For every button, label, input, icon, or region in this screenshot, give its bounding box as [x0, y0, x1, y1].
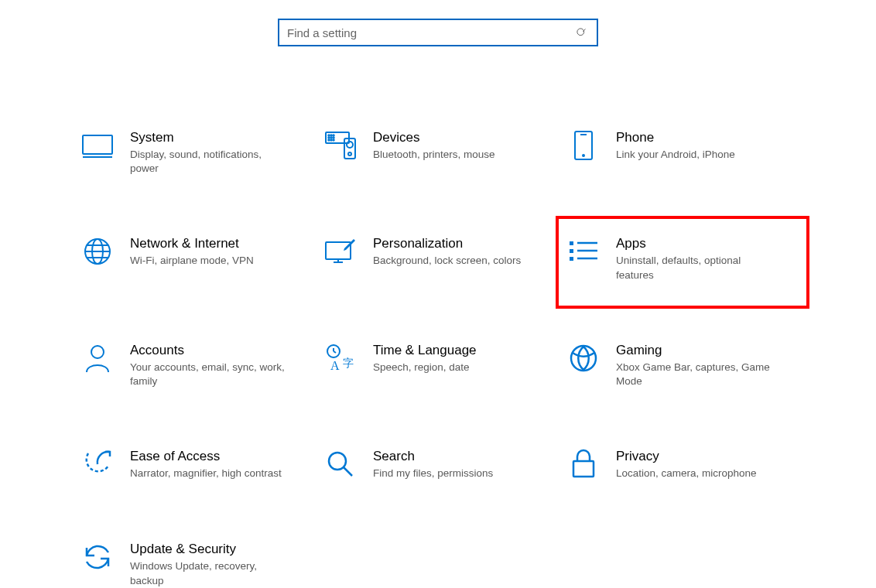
tile-title: Ease of Access — [130, 449, 282, 464]
svg-point-19 — [583, 155, 584, 156]
svg-point-41 — [329, 453, 346, 470]
svg-point-8 — [328, 137, 330, 138]
tile-title: Devices — [373, 130, 495, 145]
svg-point-34 — [91, 346, 104, 358]
svg-point-7 — [333, 135, 334, 136]
tile-personalization[interactable]: Personalization Background, lock screen,… — [320, 230, 563, 286]
svg-rect-28 — [570, 241, 573, 245]
accounts-icon — [80, 341, 115, 375]
phone-icon — [566, 128, 601, 162]
tile-desc: Narrator, magnifier, high contrast — [130, 467, 282, 480]
tile-desc: Bluetooth, printers, mouse — [373, 148, 495, 162]
lock-icon — [566, 447, 601, 481]
settings-grid: System Display, sound, notifications, po… — [0, 124, 876, 588]
search-bar-container — [0, 19, 876, 46]
svg-point-15 — [347, 142, 353, 148]
svg-point-12 — [330, 139, 332, 141]
time-language-icon: A 字 — [323, 341, 358, 375]
tile-phone[interactable]: Phone Link your Android, iPhone — [563, 124, 806, 180]
personalization-icon — [323, 234, 358, 268]
tile-title: Privacy — [616, 449, 757, 464]
gaming-icon — [566, 341, 601, 375]
tile-accounts[interactable]: Accounts Your accounts, email, sync, wor… — [77, 337, 320, 393]
tile-title: Update & Security — [130, 542, 293, 557]
tile-time-language[interactable]: A 字 Time & Language Speech, region, date — [320, 337, 563, 393]
svg-rect-30 — [570, 257, 573, 261]
svg-text:A: A — [330, 359, 340, 372]
apps-icon — [566, 234, 601, 268]
svg-rect-29 — [570, 249, 573, 253]
magnifier-icon — [323, 447, 358, 481]
search-box[interactable] — [278, 19, 598, 46]
ease-of-access-icon — [80, 447, 115, 481]
tile-title: Search — [373, 449, 493, 464]
tile-desc: Location, camera, microphone — [616, 467, 757, 480]
tile-desc: Speech, region, date — [373, 361, 477, 374]
tile-title: Personalization — [373, 236, 521, 251]
tile-title: Apps — [616, 236, 778, 251]
svg-rect-43 — [573, 461, 594, 477]
update-icon — [80, 540, 115, 574]
devices-icon — [323, 128, 358, 162]
tile-desc: Windows Update, recovery, backup — [130, 559, 293, 587]
search-icon — [573, 27, 589, 39]
tile-title: Accounts — [130, 343, 293, 358]
tile-desc: Display, sound, notifications, power — [130, 148, 293, 176]
svg-point-6 — [330, 135, 332, 136]
tile-search[interactable]: Search Find my files, permissions — [320, 443, 563, 486]
svg-line-42 — [344, 467, 352, 476]
tile-apps[interactable]: Apps Uninstall, defaults, optional featu… — [556, 216, 809, 308]
tile-title: Time & Language — [373, 343, 477, 358]
tile-title: Gaming — [616, 343, 778, 358]
svg-rect-25 — [326, 242, 351, 259]
tile-title: System — [130, 130, 293, 145]
tile-ease-of-access[interactable]: Ease of Access Narrator, magnifier, high… — [77, 443, 320, 486]
svg-line-37 — [334, 351, 336, 353]
svg-point-16 — [348, 152, 351, 156]
svg-point-9 — [330, 137, 332, 138]
tile-system[interactable]: System Display, sound, notifications, po… — [77, 124, 320, 180]
tile-desc: Find my files, permissions — [373, 467, 493, 480]
tile-update-security[interactable]: Update & Security Windows Update, recove… — [77, 535, 320, 588]
tile-desc: Xbox Game Bar, captures, Game Mode — [616, 361, 778, 388]
svg-point-13 — [333, 139, 334, 141]
system-icon — [80, 128, 115, 162]
svg-point-11 — [328, 139, 330, 141]
tile-devices[interactable]: Devices Bluetooth, printers, mouse — [320, 124, 563, 180]
tile-gaming[interactable]: Gaming Xbox Game Bar, captures, Game Mod… — [563, 337, 806, 393]
tile-desc: Background, lock screen, colors — [373, 254, 521, 268]
svg-point-40 — [571, 346, 596, 371]
tile-title: Phone — [616, 130, 735, 145]
svg-point-10 — [333, 137, 334, 138]
tile-desc: Uninstall, defaults, optional features — [616, 254, 778, 282]
search-input[interactable] — [287, 26, 573, 39]
tile-title: Network & Internet — [130, 236, 254, 251]
globe-icon — [80, 234, 115, 268]
tile-desc: Your accounts, email, sync, work, family — [130, 361, 293, 388]
tile-network[interactable]: Network & Internet Wi-Fi, airplane mode,… — [77, 230, 320, 286]
tile-desc: Wi-Fi, airplane mode, VPN — [130, 254, 254, 268]
svg-text:字: 字 — [343, 357, 354, 369]
svg-point-5 — [328, 135, 330, 136]
svg-point-0 — [577, 28, 583, 35]
tile-privacy[interactable]: Privacy Location, camera, microphone — [563, 443, 806, 486]
svg-rect-2 — [83, 135, 112, 154]
tile-desc: Link your Android, iPhone — [616, 148, 735, 162]
